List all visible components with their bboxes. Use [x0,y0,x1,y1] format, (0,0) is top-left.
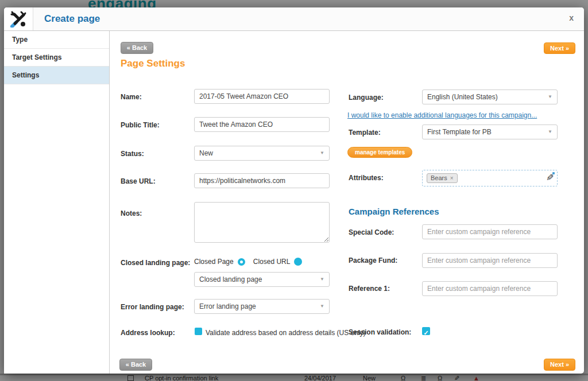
modal-header: Create page x [4,7,584,31]
language-select-value: English (United States) [427,93,498,101]
additional-languages-link[interactable]: I would like to enable additional langua… [347,111,537,119]
chevron-down-icon: ▼ [548,90,552,104]
template-label: Template: [349,129,381,137]
reference-1-label: Reference 1: [349,285,390,293]
chevron-down-icon: ▼ [548,125,552,139]
next-button-bottom[interactable]: Next » [544,359,575,371]
closed-url-radio-label: Closed URL [253,258,291,266]
modal-title: Create page [44,7,100,30]
error-landing-select[interactable]: Error landing page ▼ [194,299,330,314]
page-settings-heading: Page Settings [121,58,185,69]
base-url-input[interactable] [194,173,330,188]
radio-dot [240,261,243,263]
language-select[interactable]: English (United States) ▼ [422,90,558,104]
next-label: Next [550,45,564,52]
sidebar-item-settings[interactable]: Settings [4,67,109,84]
back-chevron-icon: « [127,44,130,51]
screen: engaging CP opt-in confirmation link 24/… [0,0,588,381]
tag-remove-icon[interactable]: × [450,175,454,181]
back-button-top[interactable]: « Back [121,42,153,54]
special-code-input[interactable] [422,224,558,239]
closed-page-radio[interactable] [238,258,245,266]
name-input[interactable] [194,89,330,104]
closed-landing-radio-group: Closed Page Closed URL [194,258,302,266]
next-chevron-icon: » [566,361,569,368]
public-title-input[interactable] [194,117,330,132]
address-lookup-label: Address lookup: [121,329,175,337]
error-landing-label: Error landing page: [121,303,184,311]
name-label: Name: [121,93,142,101]
back-chevron-icon: « [126,361,129,368]
chevron-down-icon: ▼ [320,273,324,286]
next-label: Next [550,361,564,368]
sidebar-item-type[interactable]: Type [4,31,109,49]
modal-sidebar: Type Target Settings Settings [4,31,110,374]
language-label: Language: [349,94,384,102]
closed-landing-label: Closed landing page: [121,259,190,267]
reference-1-input[interactable] [422,281,558,296]
template-select-value: First Template for PB [427,128,492,136]
attribute-tag[interactable]: Bears× [427,173,458,183]
sidebar-item-target-settings[interactable]: Target Settings [4,49,109,67]
attribute-tag-label: Bears [431,174,447,181]
chevron-down-icon: ▼ [320,146,324,160]
base-url-label: Base URL: [121,177,156,185]
back-label: Back [131,361,146,368]
create-page-modal: Create page x Type Target Settings Setti… [4,7,584,374]
session-validation-label: Session validation: [349,328,411,336]
campaign-references-heading: Campaign References [349,207,439,216]
template-select[interactable]: First Template for PB ▼ [422,125,558,139]
notes-label: Notes: [121,209,142,217]
chevron-down-icon: ▼ [320,300,324,313]
address-lookup-checkbox-label: Validate address based on address detail… [206,329,366,337]
closed-page-radio-label: Closed Page [194,258,234,266]
closed-url-radio[interactable] [294,258,302,266]
closed-landing-select[interactable]: Closed landing page ▼ [194,272,330,287]
package-fund-input[interactable] [422,253,558,268]
error-landing-select-value: Error landing page [199,302,256,310]
status-select[interactable]: New ▼ [194,146,330,161]
address-lookup-checkbox[interactable] [195,328,202,335]
attributes-box[interactable]: Bears× ✎ [422,170,558,186]
public-title-label: Public Title: [121,121,160,129]
tools-icon-cell [4,7,33,30]
manage-templates-button[interactable]: manage templates [347,147,412,158]
close-icon[interactable]: x [569,13,574,22]
next-chevron-icon: » [566,45,569,52]
closed-landing-select-value: Closed landing page [199,275,262,283]
next-button-top[interactable]: Next » [544,42,575,54]
notes-textarea[interactable] [194,202,330,243]
pencil-tip-accent [552,172,555,174]
status-label: Status: [121,150,144,158]
special-code-label: Special Code: [349,228,394,236]
back-button-bottom[interactable]: « Back [119,359,152,371]
back-label: Back [132,44,147,51]
attributes-label: Attributes: [349,174,384,182]
status-select-value: New [199,149,213,157]
check-icon: ✓ [423,329,428,336]
tools-icon [10,10,27,28]
package-fund-label: Package Fund: [349,256,397,265]
session-validation-checkbox[interactable]: ✓ [422,327,430,335]
